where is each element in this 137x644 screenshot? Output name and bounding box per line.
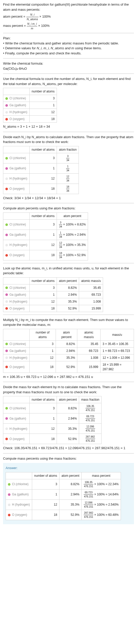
fraction: 134 — [66, 164, 69, 172]
chemical-formula: Ga(ClO₄)₃·6H₂O — [3, 66, 134, 71]
divider — [3, 203, 134, 203]
element-cell: Ga (gallium) — [3, 347, 30, 354]
atom-percent: 8.82% — [56, 340, 77, 347]
atom-count: 12 — [30, 240, 57, 250]
table-row: Cl (chlorine)3334 × 100% = 8.82% — [3, 219, 88, 230]
col-header: atom percent — [57, 277, 79, 284]
atomic-mass: 15.999 — [79, 305, 103, 312]
col-header: number of atoms — [32, 472, 59, 479]
multiply-section: Multiply N_i by m_i to compute the mass … — [3, 317, 134, 379]
write-formula-heading: Write the chemical formula: — [3, 61, 134, 66]
atom-fraction: 134 — [57, 163, 79, 173]
col-header: atom percent — [59, 472, 82, 479]
mass-fraction: 106.35476.151 — [79, 403, 102, 413]
atom-percent: 2.94% — [56, 347, 77, 354]
element-cell: O (oxygen) — [3, 184, 30, 194]
element-swatch-icon — [5, 438, 8, 440]
fraction: 12.096476.151 — [85, 425, 95, 433]
element-cell: O (oxygen) — [3, 361, 30, 373]
divider — [3, 263, 134, 263]
mass-expr: 1 × 69.723 = 69.723 — [101, 347, 134, 354]
element-label: Ga (gallium) — [12, 493, 29, 496]
element-swatch-icon — [5, 417, 8, 420]
element-swatch-icon — [5, 293, 8, 296]
atom-count: 3 — [32, 479, 59, 489]
atom-percents-table: number of atomsatom percent Cl (chlorine… — [3, 212, 88, 260]
answer-label: Answer: — [6, 466, 131, 471]
atom-count: 3 — [30, 340, 56, 347]
element-swatch-icon — [5, 356, 8, 359]
atom-percent: 8.82% — [57, 284, 79, 291]
atom-count: 18 — [30, 116, 57, 123]
element-label: Cl (chlorine) — [9, 97, 26, 100]
atom-count: 1 — [30, 347, 56, 354]
element-cell: H (hydrogen) — [3, 240, 30, 250]
col-header: number of atoms — [30, 212, 57, 219]
element-cell: Cl (chlorine) — [6, 479, 32, 489]
element-label: O (oxygen) — [12, 513, 27, 517]
intro-title: Find the elemental composition for galli… — [3, 2, 134, 12]
multiply-text: Multiply N_i by m_i to compute the mass … — [3, 317, 134, 327]
atom-count: 18 — [30, 184, 57, 194]
element-cell: Ga (gallium) — [3, 413, 30, 424]
element-swatch-icon — [5, 234, 8, 236]
multiply-total: m = 106.35 u + 69.723 u + 12.096 u + 287… — [3, 374, 134, 379]
element-swatch-icon — [5, 407, 8, 410]
atom-percent-expr: 1234 × 100% = 35.3% — [57, 240, 88, 250]
atom-fractions: Divide each N_i by N_atoms to calculate … — [3, 135, 134, 201]
element-label: O (oxygen) — [9, 307, 24, 310]
atom-percent-formula: atom percent = N_i N_atoms × 100% — [3, 13, 134, 21]
atom-percents: Compute atom percents using the atom fra… — [3, 206, 134, 260]
fraction: 1834 — [66, 185, 69, 193]
table-row: Cl (chlorine)38.82%106.35476.151 × 100% … — [6, 479, 121, 489]
col-header: number of atoms — [30, 396, 57, 403]
atomic-mass: 1.008 — [79, 298, 103, 305]
element-swatch-icon — [5, 427, 8, 430]
fraction: 69.723476.151 — [84, 491, 93, 498]
fraction: 106.35476.151 — [85, 404, 95, 412]
element-cell: Cl (chlorine) — [3, 219, 30, 230]
atom-percent: 2.94% — [57, 291, 79, 298]
element-label: O (oxygen) — [9, 253, 24, 257]
element-label: Cl (chlorine) — [9, 407, 26, 410]
element-swatch-icon — [5, 118, 8, 121]
col-header: number of atoms — [30, 146, 57, 153]
element-cell: Ga (gallium) — [3, 163, 30, 173]
element-label: O (oxygen) — [9, 365, 24, 369]
count-atoms: Use the chemical formula to count the nu… — [3, 76, 134, 129]
atomic-mass: 69.723 — [79, 291, 103, 298]
fraction: 287.982476.151 — [85, 435, 95, 443]
mass-percents: Compute mass percents using the mass fra… — [3, 456, 134, 461]
atom-count: 1 — [30, 230, 57, 240]
element-label: O (oxygen) — [9, 187, 24, 190]
atom-percent: 35.3% — [57, 298, 79, 305]
atom-fractions-check: Check: 3/34 + 1/34 + 12/34 + 18/34 = 1 — [3, 196, 134, 201]
atom-percents-text: Compute atom percents using the atom fra… — [3, 206, 134, 211]
lookup-masses: Look up the atomic mass, m_i, in unified… — [3, 266, 134, 312]
element-label: O (oxygen) — [9, 117, 24, 121]
atom-count: 1 — [30, 102, 57, 109]
col-header: number of atoms — [30, 277, 57, 284]
plan: Plan: • Write the chemical formula and g… — [3, 36, 134, 56]
atom-count: 3 — [30, 153, 57, 163]
table-row: O (oxygen)1852.9%15.99918 × 15.999 = 287… — [3, 361, 134, 373]
col-header: number of atoms — [30, 88, 57, 95]
divider — [3, 58, 134, 58]
element-swatch-icon — [5, 254, 8, 257]
mass-expr: 12 × 1.008 = 12.096 — [101, 354, 134, 361]
element-swatch-icon — [8, 514, 10, 516]
element-cell: Ga (gallium) — [3, 230, 30, 240]
element-swatch-icon — [5, 366, 8, 368]
atom-fraction: 1834 — [57, 184, 79, 194]
table-row: Cl (chlorine)38.82%35.45 — [3, 284, 103, 291]
element-label: Ga (gallium) — [9, 293, 26, 296]
divider — [3, 33, 134, 33]
table-row: Ga (gallium)1134 × 100% = 2.94% — [3, 230, 88, 240]
atom-count: 12 — [30, 173, 57, 184]
atom-count: 12 — [30, 109, 57, 116]
element-cell: H (hydrogen) — [3, 298, 30, 305]
element-cell: Cl (chlorine) — [3, 403, 30, 413]
element-swatch-icon — [5, 188, 8, 190]
fraction: 1834 — [59, 251, 62, 259]
col-header: atom fraction — [57, 146, 79, 153]
